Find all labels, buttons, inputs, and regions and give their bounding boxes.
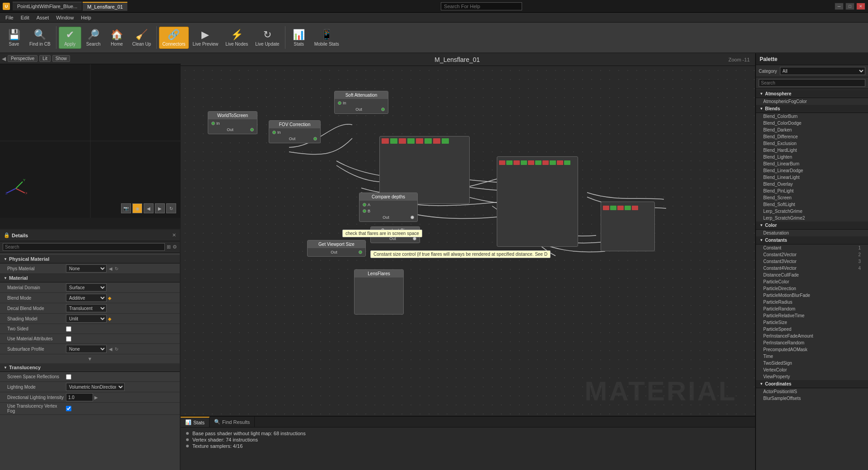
grid-view-button[interactable]: ⊞	[167, 244, 171, 250]
connectors-button[interactable]: 🔗 Connectors	[159, 27, 188, 49]
palette-section-coordinates[interactable]: Coordinates	[756, 380, 868, 388]
close-button[interactable]: ✕	[856, 3, 865, 10]
apply-button[interactable]: ✔ Apply	[59, 27, 81, 49]
palette-item-blend-pinlight[interactable]: Blend_PinLight	[756, 188, 868, 194]
material-section[interactable]: Material	[0, 274, 180, 282]
palette-item-atmosphericfogcolor[interactable]: AtmosphericFogColor	[756, 98, 868, 105]
palette-item-blend-darken[interactable]: Blend_Darken	[756, 127, 868, 133]
use-translucency-vertex-fog-checkbox[interactable]	[66, 406, 71, 411]
node-mid-cluster[interactable]	[497, 156, 578, 247]
screen-space-reflections-checkbox[interactable]	[66, 374, 71, 380]
find-results-tab[interactable]: 🔍 Find Results	[210, 417, 255, 427]
tab-blueprint[interactable]: PointLightWithFlare_Blue...	[13, 2, 82, 10]
palette-item-blend-hardlight[interactable]: Blend_HardLight	[756, 147, 868, 154]
menu-edit[interactable]: Edit	[17, 14, 33, 21]
palette-item-constant3vector[interactable]: Constant3Vector3	[756, 258, 868, 265]
tab-material[interactable]: M_Lensflare_01	[83, 2, 127, 11]
directional-lighting-arrow[interactable]: ▶	[94, 395, 98, 400]
node-compare-depths[interactable]: Compare depths A B Out	[359, 193, 418, 222]
palette-item-particlecolor[interactable]: ParticleColor	[756, 278, 868, 285]
node-get-viewport-size[interactable]: Get Viewport Size Out	[307, 240, 366, 257]
nav-back-button[interactable]: ◀	[144, 203, 154, 213]
find-in-cb-button[interactable]: 🔍 Find in CB	[26, 27, 54, 49]
palette-section-color[interactable]: Color	[756, 221, 868, 230]
nav-grid-button[interactable]: ◉	[132, 203, 142, 213]
palette-item-particlesize[interactable]: ParticleSize	[756, 319, 868, 326]
palette-item-viewproperty[interactable]: ViewProperty	[756, 373, 868, 380]
palette-item-particlerelativetime[interactable]: ParticleRelativeTime	[756, 312, 868, 319]
menu-help[interactable]: Help	[77, 14, 95, 21]
nav-realtime-button[interactable]: ↻	[166, 203, 176, 213]
settings-button[interactable]: ⚙	[173, 244, 177, 250]
palette-item-particlerandom[interactable]: ParticleRandom	[756, 306, 868, 312]
viewport-toggle[interactable]: ◀	[2, 56, 6, 62]
palette-item-distancecullfade[interactable]: DistanceCullFade	[756, 272, 868, 278]
physical-material-section[interactable]: Physical Material	[0, 255, 180, 263]
decal-blend-mode-select[interactable]: Translucent	[66, 304, 107, 312]
palette-search-input[interactable]	[759, 79, 865, 87]
menu-asset[interactable]: Asset	[33, 14, 53, 21]
palette-item-particledirection[interactable]: ParticleDirection	[756, 285, 868, 292]
nav-forward-button[interactable]: ▶	[155, 203, 165, 213]
save-button[interactable]: 💾 Save	[3, 27, 25, 49]
palette-item-blend-linearlight[interactable]: Blend_LinearLight	[756, 174, 868, 181]
node-lens-flares[interactable]: LensFlares	[354, 269, 404, 315]
palette-item-blend-colorburn[interactable]: Blend_ColorBurn	[756, 113, 868, 120]
lit-button[interactable]: Lit	[39, 55, 51, 62]
node-canvas[interactable]: MATERIAL	[181, 66, 755, 416]
palette-item-constant2vector[interactable]: Constant2Vector2	[756, 251, 868, 258]
palette-item-constant[interactable]: Constant1	[756, 244, 868, 251]
palette-item-blend-screen[interactable]: Blend_Screen	[756, 194, 868, 201]
palette-item-blend-colordodge[interactable]: Blend_ColorDodge	[756, 120, 868, 127]
palette-section-blends[interactable]: Blends	[756, 105, 868, 113]
details-search-input[interactable]	[3, 243, 165, 251]
perspective-button[interactable]: Perspective	[8, 55, 37, 62]
palette-item-twosidesign[interactable]: TwoSidedSign	[756, 360, 868, 367]
stats-tab[interactable]: 📊 Stats	[181, 417, 210, 427]
subsurface-refresh[interactable]: ↻	[115, 347, 118, 352]
palette-item-vertexcolor[interactable]: VertexColor	[756, 367, 868, 373]
details-close-button[interactable]: ✕	[172, 232, 176, 238]
palette-item-time[interactable]: Time	[756, 353, 868, 360]
node-world-to-screen[interactable]: WorldToScreen In Out	[208, 111, 257, 134]
palette-item-blend-overlay[interactable]: Blend_Overlay	[756, 181, 868, 188]
material-domain-select[interactable]: Surface	[66, 283, 107, 291]
palette-item-perinstancerandom[interactable]: PerInstanceRandom	[756, 339, 868, 346]
palette-item-blend-lineardodge[interactable]: Blend_LinearDodge	[756, 167, 868, 174]
menu-file[interactable]: File	[2, 14, 17, 21]
mobile-stats-button[interactable]: 📱 Mobile Stats	[311, 27, 342, 49]
palette-item-actorpositionws[interactable]: ActorPositionWS	[756, 388, 868, 395]
live-update-button[interactable]: ↻ Live Update	[252, 27, 282, 49]
menu-window[interactable]: Window	[52, 14, 77, 21]
palette-item-blend-linearburn[interactable]: Blend_LinearBurn	[756, 160, 868, 167]
phys-material-refresh[interactable]: ↻	[115, 266, 118, 271]
phys-material-select[interactable]: None	[66, 264, 107, 273]
expand-arrow[interactable]: ▼	[0, 354, 180, 363]
palette-item-blend-difference[interactable]: Blend_Difference	[756, 133, 868, 140]
palette-item-blend-lighten[interactable]: Blend_Lighten	[756, 154, 868, 160]
palette-item-precomputedaomask[interactable]: PrecomputedAOMask	[756, 346, 868, 353]
use-material-attrs-checkbox[interactable]	[66, 336, 71, 342]
help-search-input[interactable]	[441, 2, 522, 10]
subsurface-profile-select[interactable]: None	[66, 345, 107, 353]
palette-item-constant4vector[interactable]: Constant4Vector4	[756, 265, 868, 272]
node-fov-correction[interactable]: FOV Correction In Out	[269, 120, 321, 143]
palette-item-lerp-scratchgrime[interactable]: Lerp_ScratchGrime	[756, 208, 868, 215]
node-soft-attenuation[interactable]: Soft Attenuation In Out	[334, 91, 388, 114]
stats-button[interactable]: 📊 Stats	[288, 27, 310, 49]
palette-item-blend-exclusion[interactable]: Blend_Exclusion	[756, 140, 868, 147]
minimize-button[interactable]: ─	[835, 3, 844, 10]
palette-item-particleradius[interactable]: ParticleRadius	[756, 299, 868, 306]
two-sided-checkbox[interactable]	[66, 326, 71, 332]
palette-item-lerp-scratchgrime2[interactable]: Lerp_ScratchGrime2	[756, 215, 868, 221]
phys-material-arrow[interactable]: ◀	[109, 266, 112, 271]
palette-item-perinstancefadeamount[interactable]: PerInstanceFadeAmount	[756, 333, 868, 339]
viewport-content[interactable]: X Y Z 📷 ◉ ◀ ▶ ↻	[0, 64, 181, 218]
palette-item-desaturation[interactable]: Desaturation	[756, 230, 868, 236]
palette-section-atmosphere[interactable]: Atmosphere	[756, 90, 868, 98]
subsurface-arrow[interactable]: ◀	[109, 347, 112, 352]
live-nodes-button[interactable]: ⚡ Live Nodes	[222, 27, 251, 49]
blend-mode-select[interactable]: Additive	[66, 294, 107, 302]
directional-lighting-input[interactable]	[66, 393, 93, 401]
search-button[interactable]: 🔎 Search	[82, 27, 105, 49]
